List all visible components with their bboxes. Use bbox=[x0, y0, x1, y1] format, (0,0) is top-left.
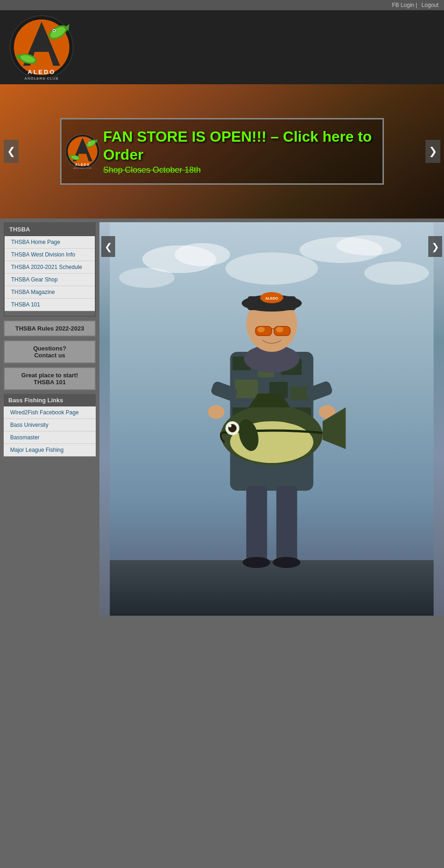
hero-logo-small: ALEDO ANGLERS CLUB bbox=[65, 134, 100, 169]
svg-point-8 bbox=[54, 30, 55, 31]
logout-link[interactable]: Logout bbox=[421, 2, 438, 8]
hero-banner: ❮ ALEDO ANGLERS CLUB FAN STORE IS OPEN!!… bbox=[0, 84, 444, 219]
svg-point-59 bbox=[208, 405, 225, 419]
svg-point-72 bbox=[243, 557, 271, 568]
site-logo: ALEDO ANGLERS CLUB bbox=[9, 15, 74, 80]
fb-login-link[interactable]: FB Login bbox=[392, 2, 414, 8]
svg-text:ANGLERS CLUB: ANGLERS CLUB bbox=[74, 167, 92, 169]
hero-title: FAN STORE IS OPEN!!! – Click here to Ord… bbox=[103, 128, 373, 163]
svg-point-32 bbox=[337, 235, 401, 256]
svg-point-55 bbox=[258, 327, 265, 332]
svg-text:ALEDO: ALEDO bbox=[75, 163, 90, 166]
thsba-west-division-link[interactable]: THSBA West Division Info bbox=[5, 249, 95, 261]
photo-section: ❮ ❯ bbox=[99, 222, 444, 616]
bass-fishing-links-title: Bass Fishing Links bbox=[4, 394, 96, 406]
photo-carousel: ❮ ❯ bbox=[99, 222, 444, 616]
photo-next-button[interactable]: ❯ bbox=[428, 236, 442, 257]
thsba-schedule-link[interactable]: THSBA 2020-2021 Schedule bbox=[5, 261, 95, 274]
thsba-section: THSBA THSBA Home Page THSBA West Divisio… bbox=[4, 222, 96, 317]
main-layout: THSBA THSBA Home Page THSBA West Divisio… bbox=[0, 219, 444, 619]
logo-area: ALEDO ANGLERS CLUB bbox=[9, 15, 74, 80]
thsba-magazine-link[interactable]: THSBA Magazine bbox=[5, 286, 95, 299]
bass-university-link[interactable]: Bass University bbox=[4, 419, 96, 431]
hero-subtitle: Shop Closes October 18th bbox=[103, 165, 373, 175]
contact-button[interactable]: Questions? Contact us bbox=[4, 340, 96, 363]
fishing-photo: ALEDO bbox=[99, 222, 444, 616]
thsba-section-title: THSBA bbox=[5, 223, 95, 236]
thsba-nav: THSBA Home Page THSBA West Division Info… bbox=[5, 236, 95, 311]
svg-point-22 bbox=[89, 142, 90, 143]
bass-fishing-nav: Wired2Fish Facebook Page Bass University… bbox=[4, 406, 96, 456]
bass-fishing-links-section: Bass Fishing Links Wired2Fish Facebook P… bbox=[4, 394, 96, 456]
photo-prev-button[interactable]: ❮ bbox=[101, 236, 115, 257]
hero-next-button[interactable]: ❯ bbox=[426, 140, 440, 163]
wired2fish-link[interactable]: Wired2Fish Facebook Page bbox=[4, 406, 96, 419]
hero-text: FAN STORE IS OPEN!!! – Click here to Ord… bbox=[103, 128, 373, 175]
hero-prev-button[interactable]: ❮ bbox=[4, 140, 18, 163]
svg-text:ALEDO: ALEDO bbox=[28, 69, 56, 75]
svg-rect-71 bbox=[277, 486, 297, 565]
top-bar: FB Login | Logout bbox=[0, 0, 444, 10]
major-league-fishing-link[interactable]: Major League Fishing bbox=[4, 444, 96, 456]
svg-point-73 bbox=[273, 557, 301, 568]
hero-content[interactable]: ALEDO ANGLERS CLUB FAN STORE IS OPEN!!! … bbox=[60, 118, 384, 185]
thsba-rules-button[interactable]: THSBA Rules 2022-2023 bbox=[4, 320, 96, 337]
svg-point-30 bbox=[175, 243, 230, 266]
svg-rect-40 bbox=[235, 380, 258, 398]
svg-rect-69 bbox=[110, 560, 434, 616]
svg-point-35 bbox=[364, 262, 429, 285]
svg-point-56 bbox=[276, 327, 284, 332]
svg-point-68 bbox=[229, 425, 232, 427]
svg-text:ANGLERS CLUB: ANGLERS CLUB bbox=[25, 76, 59, 80]
photo-main: ALEDO bbox=[99, 222, 444, 616]
thsba-101-link[interactable]: THSBA 101 bbox=[5, 299, 95, 311]
svg-point-34 bbox=[119, 268, 175, 288]
bassmaster-link[interactable]: Bassmaster bbox=[4, 431, 96, 444]
thsba-home-page-link[interactable]: THSBA Home Page bbox=[5, 236, 95, 249]
svg-rect-70 bbox=[247, 486, 267, 565]
thsba-gear-shop-link[interactable]: THSBA Gear Shop bbox=[5, 274, 95, 286]
thsba101-button[interactable]: Great place to start! THSBA 101 bbox=[4, 367, 96, 390]
header: ALEDO ANGLERS CLUB bbox=[0, 10, 444, 84]
svg-point-33 bbox=[226, 252, 318, 285]
sidebar: THSBA THSBA Home Page THSBA West Divisio… bbox=[0, 222, 99, 456]
svg-text:ALEDO: ALEDO bbox=[265, 296, 278, 300]
